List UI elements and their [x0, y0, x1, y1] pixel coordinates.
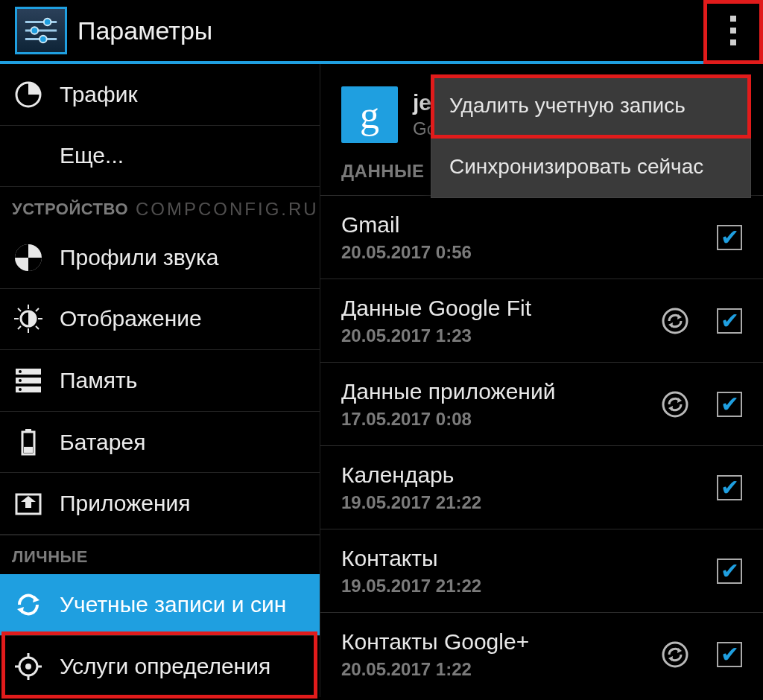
sync-item-app-data[interactable]: Данные приложений 17.05.2017 0:08 ✔: [320, 363, 763, 446]
location-icon: [13, 652, 43, 681]
sidebar-category-device: УСТРОЙСТВО COMPCONFIG.RU: [0, 187, 320, 227]
checkbox[interactable]: ✔: [717, 559, 742, 584]
sync-item-time: 19.05.2017 21:22: [341, 576, 717, 596]
svg-point-36: [663, 309, 687, 333]
sync-item-time: 20.05.2017 1:23: [341, 325, 660, 346]
sync-item-name: Данные Google Fit: [341, 296, 660, 321]
svg-point-39: [663, 392, 687, 416]
sidebar-item-sound-profiles[interactable]: Профили звука: [0, 227, 320, 289]
storage-icon: [13, 366, 43, 395]
sidebar-item-display[interactable]: Отображение: [0, 289, 320, 351]
svg-marker-27: [21, 496, 36, 508]
svg-marker-40: [677, 398, 682, 403]
sidebar-item-label: Отображение: [60, 306, 202, 331]
sidebar-item-traffic[interactable]: Трафик: [0, 64, 320, 126]
svg-point-4: [31, 27, 39, 34]
svg-point-42: [663, 643, 687, 666]
sync-item-google-fit[interactable]: Данные Google Fit 20.05.2017 1:23 ✔: [320, 279, 763, 363]
svg-point-5: [39, 36, 47, 43]
checkbox[interactable]: ✔: [717, 392, 742, 417]
sidebar-item-battery[interactable]: Батарея: [0, 412, 320, 474]
sidebar-item-accounts-sync[interactable]: Учетные записи и син: [0, 574, 320, 636]
google-logo: g: [341, 86, 398, 143]
settings-sidebar: Трафик Еще... УСТРОЙСТВО COMPCONFIG.RU П…: [0, 64, 320, 697]
sync-item-time: 17.05.2017 0:08: [341, 409, 660, 430]
sound-profile-icon: [13, 243, 43, 273]
refresh-icon: [660, 306, 690, 336]
menu-item-label: Удалить учетную запись: [449, 94, 686, 118]
sidebar-item-more[interactable]: Еще...: [0, 126, 320, 188]
svg-point-22: [19, 388, 22, 391]
sidebar-item-label: Учетные записи и син: [60, 592, 286, 617]
category-label: ЛИЧНЫЕ: [12, 547, 88, 567]
overflow-menu-button[interactable]: [709, 4, 757, 57]
sidebar-item-label: Батарея: [60, 430, 145, 455]
settings-icon: [15, 7, 67, 54]
menu-item-remove-account[interactable]: Удалить учетную запись: [431, 75, 750, 136]
checkbox[interactable]: ✔: [717, 642, 742, 667]
svg-rect-25: [24, 447, 33, 453]
watermark: COMPCONFIG.RU: [136, 199, 319, 220]
svg-line-14: [18, 326, 21, 329]
svg-point-20: [19, 379, 22, 382]
sync-item-time: 20.05.2017 0:56: [341, 242, 717, 263]
svg-marker-43: [677, 648, 682, 653]
svg-point-31: [25, 664, 31, 669]
svg-marker-44: [668, 656, 673, 661]
sidebar-item-label: Профили звука: [60, 245, 218, 270]
checkbox[interactable]: ✔: [717, 308, 742, 334]
category-label: УСТРОЙСТВО: [12, 200, 128, 219]
menu-item-label: Синхронизировать сейчас: [449, 155, 703, 179]
sync-item-time: 19.05.2017 21:22: [341, 492, 717, 513]
svg-rect-24: [25, 429, 31, 432]
sidebar-item-location[interactable]: Услуги определения: [0, 636, 320, 698]
traffic-icon: [13, 80, 43, 109]
dot-icon: [730, 16, 736, 22]
svg-point-3: [44, 19, 51, 26]
action-bar: Параметры: [0, 0, 763, 64]
refresh-icon: [660, 640, 690, 669]
menu-item-sync-now[interactable]: Синхронизировать сейчас: [431, 136, 750, 197]
page-title: Параметры: [77, 16, 709, 45]
sidebar-item-storage[interactable]: Память: [0, 350, 320, 412]
sidebar-item-label: Память: [60, 368, 138, 393]
refresh-icon: [660, 389, 690, 419]
sync-item-name: Контакты: [341, 546, 717, 571]
svg-line-13: [36, 326, 39, 329]
sidebar-item-label: Услуги определения: [60, 654, 270, 679]
apps-icon: [13, 489, 43, 518]
sync-item-name: Данные приложений: [341, 379, 660, 404]
display-icon: [13, 304, 43, 334]
sync-item-gmail[interactable]: Gmail 20.05.2017 0:56 ✔: [320, 196, 763, 279]
sync-item-contacts[interactable]: Контакты 19.05.2017 21:22 ✔: [320, 529, 763, 613]
svg-line-12: [18, 308, 21, 311]
sidebar-item-label: Еще...: [60, 143, 124, 168]
dot-icon: [730, 39, 736, 45]
sync-item-calendar[interactable]: Календарь 19.05.2017 21:22 ✔: [320, 446, 763, 529]
sync-item-name: Календарь: [341, 462, 717, 488]
sync-item-time: 20.05.2017 1:22: [341, 659, 660, 680]
svg-line-15: [36, 308, 39, 311]
sidebar-item-apps[interactable]: Приложения: [0, 473, 320, 535]
svg-point-18: [19, 370, 22, 373]
sync-item-name: Контакты Google+: [341, 629, 660, 655]
svg-marker-37: [677, 314, 682, 319]
sidebar-item-label: Приложения: [60, 491, 191, 516]
svg-marker-41: [668, 406, 673, 411]
checkbox[interactable]: ✔: [717, 475, 742, 500]
sync-item-name: Gmail: [341, 212, 717, 238]
battery-icon: [13, 427, 43, 457]
sync-icon: [13, 590, 43, 620]
sidebar-category-personal: ЛИЧНЫЕ: [0, 535, 320, 574]
sync-item-google-plus-contacts[interactable]: Контакты Google+ 20.05.2017 1:22 ✔: [320, 613, 763, 696]
sidebar-item-label: Трафик: [60, 82, 138, 107]
checkbox[interactable]: ✔: [717, 225, 742, 250]
overflow-menu: Удалить учетную запись Синхронизировать …: [431, 74, 751, 198]
svg-marker-38: [668, 322, 673, 328]
dot-icon: [730, 28, 736, 34]
